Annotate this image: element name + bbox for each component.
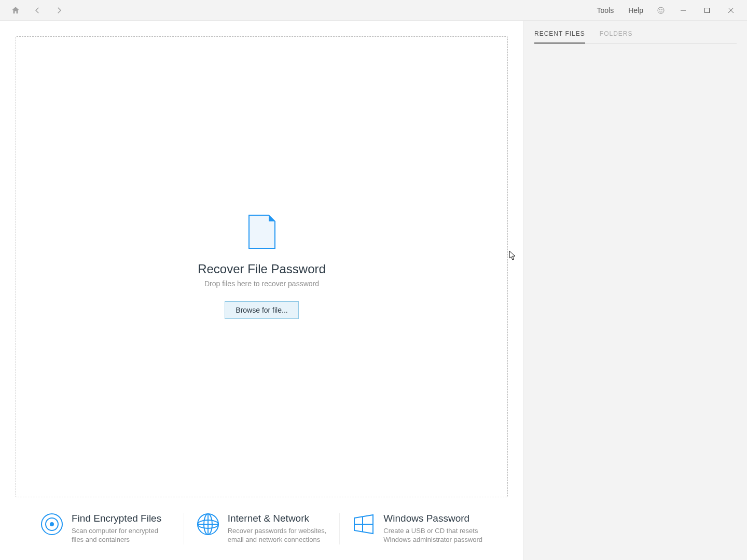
card-find-encrypted[interactable]: Find Encrypted Files Scan computer for e… <box>28 513 184 544</box>
svg-point-2 <box>661 9 662 10</box>
action-cards: Find Encrypted Files Scan computer for e… <box>16 497 508 560</box>
svg-point-9 <box>50 523 53 526</box>
close-button[interactable] <box>719 0 743 21</box>
tab-recent-files[interactable]: RECENT FILES <box>534 30 585 44</box>
minimize-button[interactable] <box>671 0 695 21</box>
dropzone-subtitle: Drop files here to recover password <box>204 279 319 288</box>
card-desc: Scan computer for encrypted files and co… <box>72 526 171 544</box>
card-desc: Recover passwords for websites, email an… <box>228 526 327 544</box>
content: Recover File Password Drop files here to… <box>0 21 747 560</box>
file-icon <box>248 214 276 249</box>
svg-point-1 <box>659 9 660 10</box>
svg-rect-4 <box>705 8 710 12</box>
disc-scan-icon <box>40 513 63 536</box>
dropzone[interactable]: Recover File Password Drop files here to… <box>16 36 508 497</box>
forward-icon[interactable] <box>54 5 64 16</box>
card-windows-password[interactable]: Windows Password Create a USB or CD that… <box>339 513 495 544</box>
card-desc: Create a USB or CD that resets Windows a… <box>383 526 483 544</box>
menu-help[interactable]: Help <box>621 6 651 15</box>
menu-tools[interactable]: Tools <box>590 6 621 15</box>
card-title: Internet & Network <box>228 513 327 524</box>
card-title: Windows Password <box>383 513 483 524</box>
home-icon[interactable] <box>10 5 21 16</box>
maximize-button[interactable] <box>695 0 719 21</box>
card-title: Find Encrypted Files <box>72 513 171 524</box>
browse-button[interactable]: Browse for file... <box>225 301 298 319</box>
toolbar-left <box>10 5 64 16</box>
back-icon[interactable] <box>32 5 43 16</box>
sidebar-tabs: RECENT FILES FOLDERS <box>534 30 737 44</box>
main-area: Recover File Password Drop files here to… <box>0 21 524 560</box>
toolbar-right: Tools Help <box>590 0 743 21</box>
tab-folders[interactable]: FOLDERS <box>600 30 633 43</box>
card-internet-network[interactable]: Internet & Network Recover passwords for… <box>184 513 340 544</box>
feedback-smiley-icon[interactable] <box>651 0 671 21</box>
globe-icon <box>197 513 219 536</box>
toolbar: Tools Help <box>0 0 747 21</box>
windows-icon <box>352 513 375 536</box>
svg-point-0 <box>658 7 664 13</box>
dropzone-title: Recover File Password <box>198 262 326 276</box>
sidebar: RECENT FILES FOLDERS <box>524 21 747 560</box>
